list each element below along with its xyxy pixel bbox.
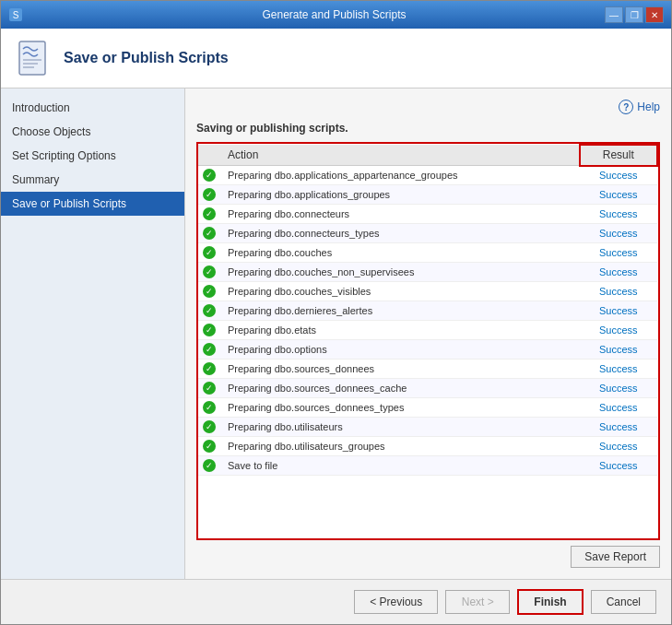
row-action-cell: Preparing dbo.couches (220, 243, 580, 263)
row-action-cell: Preparing dbo.applications_appartenance_… (220, 166, 580, 185)
row-icon-cell: ✓ (198, 224, 220, 243)
row-action-cell: Preparing dbo.options (220, 340, 580, 360)
row-result-cell: Success (580, 437, 657, 456)
row-result-cell: Success (580, 263, 657, 282)
table-row: ✓Preparing dbo.sources_donneesSuccess (198, 360, 657, 379)
row-icon-cell: ✓ (198, 301, 220, 321)
table-row: ✓Preparing dbo.couchesSuccess (198, 243, 657, 263)
row-result-cell: Success (580, 243, 657, 263)
success-icon: ✓ (203, 227, 216, 240)
row-icon-cell: ✓ (198, 437, 220, 456)
icon-column-header (198, 145, 220, 166)
titlebar-left: S (8, 7, 64, 22)
row-action-cell: Preparing dbo.couches_non_supervisees (220, 263, 580, 282)
table-row: ✓Preparing dbo.couches_non_superviseesSu… (198, 263, 657, 282)
row-action-cell: Preparing dbo.sources_donnees_types (220, 398, 580, 418)
window-title: Generate and Publish Scripts (64, 8, 605, 21)
sidebar-item-save-or-publish-scripts[interactable]: Save or Publish Scripts (1, 192, 184, 216)
sidebar-item-summary[interactable]: Summary (1, 168, 184, 192)
success-icon: ✓ (203, 285, 216, 298)
svg-text:S: S (13, 10, 19, 20)
row-icon-cell: ✓ (198, 379, 220, 398)
row-icon-cell: ✓ (198, 282, 220, 301)
action-column-header: Action (220, 145, 580, 166)
success-icon: ✓ (203, 459, 216, 472)
row-result-cell: Success (580, 185, 657, 205)
row-result-cell: Success (580, 301, 657, 321)
table-row: ✓Preparing dbo.connecteursSuccess (198, 205, 657, 224)
success-icon: ✓ (203, 324, 216, 336)
previous-button[interactable]: < Previous (354, 590, 438, 614)
row-result-cell: Success (580, 282, 657, 301)
row-action-cell: Preparing dbo.dernieres_alertes (220, 301, 580, 321)
row-icon-cell: ✓ (198, 166, 220, 185)
success-icon: ✓ (203, 207, 216, 220)
success-icon: ✓ (203, 265, 216, 278)
sidebar-item-introduction[interactable]: Introduction (1, 96, 184, 120)
dialog-header: Save or Publish Scripts (1, 29, 671, 88)
row-result-cell: Success (580, 360, 657, 379)
table-row: ✓Preparing dbo.utilisateursSuccess (198, 418, 657, 437)
row-result-cell: Success (580, 321, 657, 340)
table-row: ✓Preparing dbo.connecteurs_typesSuccess (198, 224, 657, 243)
close-button[interactable]: ✕ (645, 6, 664, 23)
results-table-container: Action Result ✓Preparing dbo.application… (196, 142, 660, 540)
row-action-cell: Save to file (220, 456, 580, 476)
success-icon: ✓ (203, 304, 216, 317)
row-icon-cell: ✓ (198, 205, 220, 224)
header-icon (16, 40, 53, 77)
success-icon: ✓ (203, 420, 216, 433)
sidebar-item-choose-objects[interactable]: Choose Objects (1, 120, 184, 144)
table-row: ✓Preparing dbo.couches_visiblesSuccess (198, 282, 657, 301)
row-icon-cell: ✓ (198, 360, 220, 379)
finish-button[interactable]: Finish (517, 589, 583, 615)
row-result-cell: Success (580, 456, 657, 476)
help-row: ? Help (196, 100, 660, 114)
row-icon-cell: ✓ (198, 456, 220, 476)
cancel-button[interactable]: Cancel (591, 590, 656, 614)
app-icon: S (8, 7, 23, 22)
table-row: ✓Preparing dbo.applications_appartenance… (198, 166, 657, 185)
row-result-cell: Success (580, 418, 657, 437)
row-action-cell: Preparing dbo.etats (220, 321, 580, 340)
row-action-cell: Preparing dbo.utilisateurs (220, 418, 580, 437)
table-row: ✓Save to fileSuccess (198, 456, 657, 476)
row-icon-cell: ✓ (198, 418, 220, 437)
row-action-cell: Preparing dbo.utilisateurs_groupes (220, 437, 580, 456)
titlebar-controls: — ❐ ✕ (605, 6, 664, 23)
next-button[interactable]: Next > (445, 590, 510, 614)
success-icon: ✓ (203, 169, 216, 182)
save-report-button[interactable]: Save Report (571, 546, 660, 568)
success-icon: ✓ (203, 343, 216, 356)
row-icon-cell: ✓ (198, 185, 220, 205)
help-link[interactable]: ? Help (619, 100, 660, 114)
table-row: ✓Preparing dbo.sources_donnees_cacheSucc… (198, 379, 657, 398)
minimize-button[interactable]: — (605, 6, 623, 23)
row-result-cell: Success (580, 224, 657, 243)
restore-button[interactable]: ❐ (625, 6, 643, 23)
table-row: ✓Preparing dbo.sources_donnees_typesSucc… (198, 398, 657, 418)
row-action-cell: Preparing dbo.sources_donnees (220, 360, 580, 379)
table-row: ✓Preparing dbo.applications_groupesSucce… (198, 185, 657, 205)
sidebar-item-set-scripting-options[interactable]: Set Scripting Options (1, 144, 184, 168)
row-action-cell: Preparing dbo.connecteurs_types (220, 224, 580, 243)
row-icon-cell: ✓ (198, 243, 220, 263)
row-result-cell: Success (580, 340, 657, 360)
row-action-cell: Preparing dbo.applications_groupes (220, 185, 580, 205)
row-icon-cell: ✓ (198, 340, 220, 360)
section-title: Saving or publishing scripts. (196, 122, 660, 135)
svg-rect-2 (19, 41, 45, 75)
row-result-cell: Success (580, 379, 657, 398)
titlebar: S Generate and Publish Scripts — ❐ ✕ (1, 1, 671, 29)
row-result-cell: Success (580, 205, 657, 224)
table-row: ✓Preparing dbo.utilisateurs_groupesSucce… (198, 437, 657, 456)
table-wrapper[interactable]: Action Result ✓Preparing dbo.application… (198, 144, 658, 538)
row-icon-cell: ✓ (198, 321, 220, 340)
success-icon: ✓ (203, 246, 216, 259)
row-result-cell: Success (580, 398, 657, 418)
result-column-header: Result (580, 145, 657, 166)
sidebar: Introduction Choose Objects Set Scriptin… (1, 88, 185, 579)
row-result-cell: Success (580, 166, 657, 185)
success-icon: ✓ (203, 362, 216, 375)
results-table: Action Result ✓Preparing dbo.application… (198, 144, 658, 476)
